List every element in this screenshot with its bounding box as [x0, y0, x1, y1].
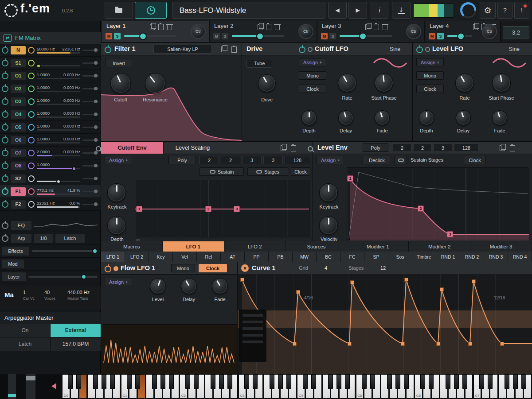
source-chip-rnd-3[interactable]: RND 3 [484, 252, 508, 262]
drive-type-select[interactable]: Tube [246, 59, 272, 68]
black-key[interactable] [370, 374, 375, 389]
assign-button[interactable]: Assign [317, 156, 344, 164]
layer-tab-1[interactable]: Layer 1MSCtr [102, 21, 210, 42]
black-key[interactable] [93, 374, 98, 389]
black-key[interactable] [102, 374, 106, 389]
slider-handle[interactable] [457, 32, 465, 40]
stages-value[interactable]: 12 [380, 265, 386, 271]
operator-button-o7[interactable]: O7 [11, 149, 26, 157]
black-key[interactable] [152, 374, 157, 389]
mod-tab-modifier-2[interactable]: Modifier 2 [409, 241, 470, 252]
power-icon[interactable] [105, 46, 111, 53]
black-key[interactable] [253, 374, 258, 389]
value-primary[interactable]: 50000 Hz [37, 46, 55, 51]
paste-icon[interactable] [158, 24, 164, 30]
level-env-editor[interactable]: 1 2 3 [347, 167, 528, 240]
operator-button-o2[interactable]: O2 [11, 85, 26, 93]
arp-latch-button[interactable]: Latch [0, 337, 50, 351]
value-primary[interactable]: 1.0000 [37, 136, 50, 141]
fade-knob[interactable] [212, 278, 228, 294]
layer-level-slider[interactable] [28, 276, 98, 278]
mini-slider[interactable] [82, 101, 98, 102]
curve-point[interactable] [468, 342, 472, 346]
mute-button[interactable]: M [213, 33, 220, 39]
mod-tab-macros[interactable]: Macros [101, 241, 163, 252]
source-chip-vel[interactable]: Vel [173, 252, 197, 262]
source-chip-timbre[interactable]: Timbre [412, 252, 436, 262]
mini-slider[interactable] [82, 62, 98, 64]
poly-button[interactable]: Poly [168, 156, 196, 164]
black-key[interactable] [462, 374, 467, 389]
loop-button[interactable] [395, 156, 407, 164]
arp-latch-button[interactable]: Latch [55, 234, 85, 243]
black-key[interactable] [395, 374, 400, 389]
env-value-box[interactable]: 2 [200, 156, 219, 164]
copy-icon[interactable] [281, 145, 286, 151]
master-tune-stat[interactable]: 440.00 Hz Master Tune [67, 290, 90, 301]
source-chip-pp[interactable]: PP [245, 252, 269, 262]
matrix-slider[interactable] [37, 91, 80, 92]
master-volume-knob[interactable] [460, 2, 476, 18]
source-chip-lfo-1[interactable]: LFO 1 [101, 252, 125, 262]
wave-select[interactable]: Sine [390, 46, 400, 52]
mini-knob[interactable] [28, 201, 35, 208]
depth-knob[interactable] [301, 110, 317, 125]
power-icon[interactable] [2, 111, 8, 118]
rate-knob[interactable] [455, 74, 474, 92]
power-icon[interactable] [2, 188, 8, 195]
black-key[interactable] [169, 374, 174, 389]
black-key[interactable] [227, 374, 232, 389]
arp-on-button[interactable]: On [0, 324, 50, 337]
matrix-slider[interactable] [37, 116, 80, 118]
black-key[interactable] [454, 374, 459, 389]
declick-button[interactable]: Declick [363, 156, 391, 164]
mini-slider[interactable] [82, 114, 98, 115]
copy-icon[interactable] [473, 24, 478, 30]
source-chip-fc[interactable]: FC [340, 252, 364, 262]
mini-slider[interactable] [82, 165, 98, 167]
eq-module-button[interactable]: EQ [11, 221, 31, 230]
black-key[interactable] [479, 374, 484, 389]
mod-tab-modifier-1[interactable]: Modifier 1 [347, 241, 409, 252]
slider-handle[interactable] [359, 32, 367, 40]
env-value-box[interactable]: 3 [434, 143, 452, 152]
mini-knob[interactable] [28, 98, 35, 105]
mini-slider[interactable] [82, 88, 98, 89]
assign-button[interactable]: Assign [105, 156, 132, 164]
next-preset-button[interactable] [348, 2, 367, 19]
value-secondary[interactable]: 0.0 % [70, 201, 80, 205]
source-chip-sp[interactable]: SP [364, 252, 388, 262]
keyboard-scroll-arrow-icon[interactable] [51, 383, 56, 389]
curve-point[interactable] [472, 279, 476, 283]
value-primary[interactable]: 773.1 Hz [37, 188, 54, 193]
black-key[interactable] [513, 374, 518, 389]
drive-knob[interactable] [258, 74, 276, 92]
operator-button-f2[interactable]: F2 [11, 200, 26, 209]
tab-level-scaling[interactable]: Level Scaling [163, 142, 222, 154]
arp-rate-select[interactable]: 1/8 [34, 234, 53, 243]
matrix-slider[interactable] [37, 129, 80, 131]
env-scroll-handle[interactable] [136, 239, 140, 241]
curve-point[interactable] [401, 342, 405, 346]
mini-knob[interactable] [28, 111, 35, 118]
power-icon[interactable] [299, 46, 305, 53]
fm-matrix-header[interactable]: FM Matrix [0, 32, 101, 44]
mini-knob[interactable] [28, 85, 35, 92]
solo-button[interactable]: S [437, 33, 444, 39]
value-secondary[interactable]: 0.000 Hz [63, 124, 80, 128]
ctr-knob[interactable]: Ctr [298, 24, 313, 39]
mini-knob[interactable] [28, 188, 35, 195]
keytrack-knob[interactable] [107, 183, 126, 202]
black-key[interactable] [68, 374, 73, 389]
operator-button-o8[interactable]: O8 [11, 162, 26, 170]
save-preset-button[interactable] [392, 2, 411, 19]
retrigger-dot-icon[interactable] [113, 266, 118, 271]
power-icon[interactable] [2, 85, 8, 92]
env-value-box[interactable]: 2 [393, 143, 411, 152]
mini-knob[interactable] [28, 175, 35, 182]
mini-knob[interactable] [28, 73, 35, 79]
rate-knob[interactable] [338, 74, 356, 92]
sustain-loop-button[interactable]: Sustain [200, 167, 244, 176]
mini-slider[interactable] [82, 191, 98, 192]
clock-button[interactable]: Clock [199, 264, 227, 272]
